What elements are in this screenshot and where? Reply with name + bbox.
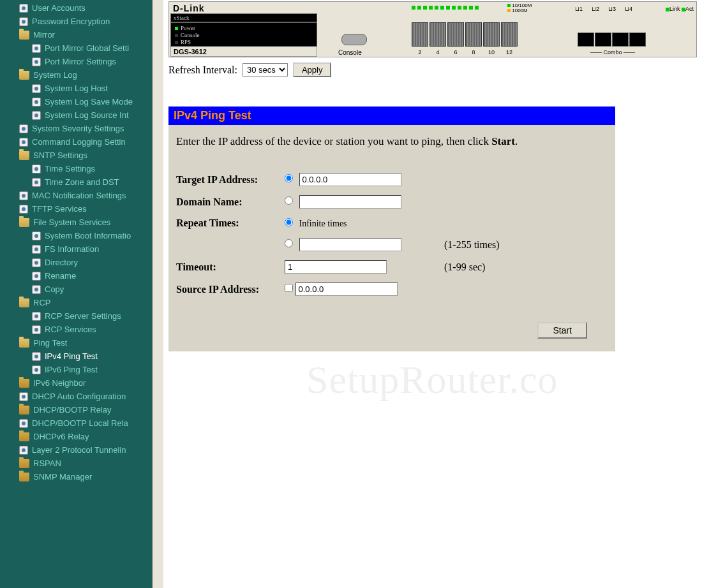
refresh-select[interactable]: 30 secs bbox=[243, 63, 288, 77]
source-ip-input[interactable] bbox=[295, 283, 398, 296]
document-icon bbox=[32, 178, 41, 187]
tree-item-rcp-server-settings[interactable]: RCP Server Settings bbox=[0, 309, 152, 323]
document-icon bbox=[19, 205, 28, 214]
document-icon bbox=[32, 232, 41, 240]
tree-item-layer-2-protocol-tunnelin[interactable]: Layer 2 Protocol Tunnelin bbox=[0, 443, 152, 457]
tree-item-directory[interactable]: Directory bbox=[0, 256, 152, 269]
tree-item-dhcp-bootp-local-rela[interactable]: DHCP/BOOTP Local Rela bbox=[0, 416, 152, 430]
tree-item-user-accounts[interactable]: User Accounts bbox=[0, 1, 152, 15]
tree-item-mac-notification-settings[interactable]: MAC Notification Settings bbox=[0, 189, 152, 202]
document-icon bbox=[32, 111, 41, 120]
document-icon bbox=[32, 285, 41, 294]
tree-item-rename[interactable]: Rename bbox=[0, 269, 152, 283]
tree-item-command-logging-settin[interactable]: Command Logging Settin bbox=[0, 135, 152, 149]
tree-item-time-settings[interactable]: Time Settings bbox=[0, 162, 152, 175]
tree-item-port-mirror-global-setti[interactable]: Port Mirror Global Setti bbox=[0, 41, 152, 55]
tree-item-system-severity-settings[interactable]: System Severity Settings bbox=[0, 122, 152, 135]
tree-item-label: DHCPv6 Relay bbox=[33, 432, 89, 441]
timeout-input[interactable] bbox=[285, 260, 387, 274]
domain-name-radio[interactable] bbox=[285, 196, 293, 205]
target-ip-radio[interactable] bbox=[285, 174, 293, 182]
tree-item-ipv6-ping-test[interactable]: IPv6 Ping Test bbox=[0, 363, 152, 376]
tree-item-label: Time Zone and DST bbox=[45, 177, 119, 187]
tree-item-label: System Boot Informatio bbox=[45, 231, 131, 240]
tree-item-label: SNTP Settings bbox=[33, 151, 87, 160]
brand-label: D-Link bbox=[173, 3, 205, 13]
start-button[interactable]: Start bbox=[537, 322, 587, 339]
tree-item-label: RCP Server Settings bbox=[45, 311, 121, 321]
tree-item-ipv4-ping-test[interactable]: IPv4 Ping Test bbox=[0, 349, 152, 363]
document-icon bbox=[32, 98, 41, 107]
apply-button[interactable]: Apply bbox=[293, 62, 332, 77]
port-numbers: 24681012 bbox=[412, 49, 518, 55]
tree-item-fs-information[interactable]: FS Information bbox=[0, 242, 152, 256]
document-icon bbox=[19, 124, 28, 133]
folder-open-icon bbox=[19, 31, 29, 40]
tree-item-label: SNMP Manager bbox=[33, 472, 92, 481]
main-content: D-Link xStack Power Console RPS DGS-3612… bbox=[163, 0, 702, 588]
tree-item-mirror[interactable]: Mirror bbox=[0, 28, 152, 41]
tree-item-dhcpv6-relay[interactable]: DHCPv6 Relay bbox=[0, 430, 152, 443]
source-ip-checkbox[interactable] bbox=[285, 284, 293, 292]
tree-item-label: System Log Source Int bbox=[45, 110, 129, 120]
nav-tree: User AccountsPassword EncryptionMirrorPo… bbox=[0, 0, 153, 588]
folder-open-icon bbox=[19, 151, 29, 160]
tree-item-label: RCP Services bbox=[45, 325, 96, 334]
tree-item-label: TFTP Services bbox=[32, 204, 87, 214]
tree-item-label: Command Logging Settin bbox=[32, 137, 126, 147]
tree-item-system-log-save-mode[interactable]: System Log Save Mode bbox=[0, 95, 152, 108]
document-icon bbox=[32, 352, 41, 361]
tree-item-label: Port Mirror Settings bbox=[45, 57, 116, 66]
domain-name-label: Domain Name: bbox=[176, 193, 285, 210]
tree-item-snmp-manager[interactable]: SNMP Manager bbox=[0, 470, 152, 483]
document-icon bbox=[32, 44, 41, 53]
tree-item-password-encryption[interactable]: Password Encryption bbox=[0, 15, 152, 28]
folder-open-icon bbox=[19, 298, 29, 307]
tree-item-tftp-services[interactable]: TFTP Services bbox=[0, 202, 152, 216]
tree-item-label: User Accounts bbox=[32, 3, 86, 13]
tree-item-copy[interactable]: Copy bbox=[0, 283, 152, 296]
document-icon bbox=[19, 4, 28, 13]
console-port-label: Console bbox=[338, 49, 362, 56]
xstack-label: xStack bbox=[170, 13, 317, 22]
repeat-count-input[interactable] bbox=[299, 238, 401, 251]
tree-item-rcp[interactable]: RCP bbox=[0, 296, 152, 309]
domain-name-input[interactable] bbox=[299, 195, 401, 209]
repeat-count-help: (1-255 times) bbox=[444, 236, 504, 253]
tree-item-system-log-source-int[interactable]: System Log Source Int bbox=[0, 108, 152, 122]
tree-item-ping-test[interactable]: Ping Test bbox=[0, 336, 152, 349]
combo-numbers: ⊔1⊔2⊔3⊔4 bbox=[575, 6, 632, 12]
tree-item-port-mirror-settings[interactable]: Port Mirror Settings bbox=[0, 55, 152, 68]
tree-item-label: Layer 2 Protocol Tunnelin bbox=[32, 445, 126, 455]
tree-item-label: Directory bbox=[45, 258, 78, 267]
tree-item-system-log-host[interactable]: System Log Host bbox=[0, 82, 152, 95]
document-icon bbox=[32, 312, 41, 321]
tree-item-sntp-settings[interactable]: SNTP Settings bbox=[0, 149, 152, 162]
panel-title: IPv4 Ping Test bbox=[168, 107, 615, 125]
repeat-infinite-radio[interactable] bbox=[285, 218, 293, 226]
port-block[interactable] bbox=[412, 22, 518, 47]
tree-item-system-log[interactable]: System Log bbox=[0, 68, 152, 82]
repeat-count-radio[interactable] bbox=[285, 239, 293, 247]
tree-item-label: FS Information bbox=[45, 244, 99, 254]
sidebar-scrollbar[interactable] bbox=[153, 0, 163, 588]
target-ip-input[interactable] bbox=[299, 173, 401, 186]
tree-item-system-boot-informatio[interactable]: System Boot Informatio bbox=[0, 229, 152, 242]
tree-item-rspan[interactable]: RSPAN bbox=[0, 457, 152, 470]
document-icon bbox=[32, 258, 41, 267]
tree-item-time-zone-and-dst[interactable]: Time Zone and DST bbox=[0, 175, 152, 189]
folder-open-icon bbox=[19, 71, 29, 80]
console-led bbox=[175, 34, 178, 37]
document-icon bbox=[19, 138, 28, 147]
tree-item-ipv6-neighbor[interactable]: IPv6 Neighbor bbox=[0, 376, 152, 390]
document-icon bbox=[19, 17, 28, 26]
tree-item-label: System Log bbox=[33, 70, 77, 80]
tree-item-dhcp-bootp-relay[interactable]: DHCP/BOOTP Relay bbox=[0, 403, 152, 416]
tree-item-file-system-services[interactable]: File System Services bbox=[0, 216, 152, 229]
tree-item-dhcp-auto-configuration[interactable]: DHCP Auto Configuration bbox=[0, 390, 152, 403]
tree-item-rcp-services[interactable]: RCP Services bbox=[0, 323, 152, 336]
tree-item-label: Ping Test bbox=[33, 338, 67, 348]
combo-ports[interactable] bbox=[578, 33, 646, 47]
refresh-label: Refresh Interval: bbox=[168, 64, 237, 76]
tree-item-label: IPv6 Ping Test bbox=[45, 365, 98, 374]
